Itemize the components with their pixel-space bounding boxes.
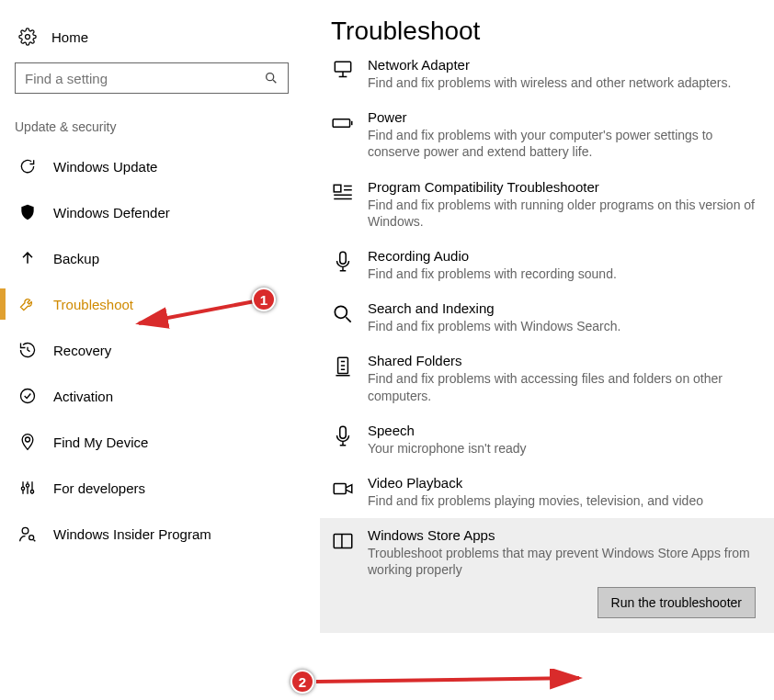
upload-arrow-icon <box>18 249 37 267</box>
sidebar-item-recovery[interactable]: Recovery <box>0 327 303 373</box>
troubleshooter-desc: Find and fix problems with wireless and … <box>368 74 761 91</box>
magnifier-icon <box>331 302 355 326</box>
annotation-marker-2: 2 <box>290 670 314 694</box>
sidebar-item-label: Windows Defender <box>53 205 170 220</box>
svg-point-3 <box>26 437 30 442</box>
troubleshooter-power[interactable]: Power Find and fix problems with your co… <box>331 100 774 169</box>
microphone-icon <box>331 250 355 274</box>
sidebar-item-label: Backup <box>53 251 99 266</box>
troubleshooter-windows-store-apps[interactable]: Windows Store Apps Troubleshoot problems… <box>320 518 774 633</box>
svg-rect-12 <box>340 252 347 264</box>
troubleshooter-program-compat[interactable]: Program Compatibility Troubleshooter Fin… <box>331 170 774 239</box>
app-window-icon <box>331 529 355 553</box>
svg-point-7 <box>22 527 28 534</box>
gear-icon <box>18 28 37 46</box>
search-input[interactable] <box>25 71 264 86</box>
video-camera-icon <box>331 477 355 501</box>
troubleshooter-title: Speech <box>368 423 761 438</box>
troubleshooter-title: Recording Audio <box>368 248 761 264</box>
troubleshooter-desc: Find and fix problems with recording sou… <box>368 265 761 282</box>
troubleshooter-desc: Find and fix problems with accessing fil… <box>368 370 761 403</box>
person-search-icon <box>18 525 37 543</box>
sidebar-item-label: Find My Device <box>53 435 148 450</box>
network-adapter-icon <box>331 59 355 83</box>
wrench-icon <box>18 295 37 313</box>
svg-point-1 <box>267 73 274 81</box>
check-circle-icon <box>18 387 37 405</box>
troubleshooter-list: Network Adapter Find and fix problems wi… <box>331 57 774 633</box>
svg-point-0 <box>26 35 30 40</box>
troubleshooter-desc: Find and fix problems with your computer… <box>368 127 761 160</box>
sidebar-item-find-my-device[interactable]: Find My Device <box>0 419 303 465</box>
troubleshooter-recording-audio[interactable]: Recording Audio Find and fix problems wi… <box>331 239 774 291</box>
shield-icon <box>18 203 37 221</box>
troubleshooter-title: Search and Indexing <box>368 300 761 316</box>
troubleshooter-speech[interactable]: Speech Your microphone isn't ready <box>331 413 774 466</box>
troubleshooter-search-indexing[interactable]: Search and Indexing Find and fix problem… <box>331 291 774 344</box>
history-icon <box>18 341 37 359</box>
svg-rect-11 <box>334 185 341 192</box>
troubleshooter-shared-folders[interactable]: Shared Folders Find and fix problems wit… <box>331 344 774 412</box>
svg-rect-9 <box>335 62 350 72</box>
troubleshooter-network-adapter[interactable]: Network Adapter Find and fix problems wi… <box>331 57 774 100</box>
list-icon <box>331 181 355 205</box>
sidebar-item-label: For developers <box>53 480 145 496</box>
server-icon <box>331 355 355 378</box>
location-icon <box>18 433 37 451</box>
troubleshooter-desc: Troubleshoot problems that may prevent W… <box>368 545 761 578</box>
svg-rect-17 <box>334 534 352 548</box>
troubleshooter-title: Video Playback <box>368 475 761 491</box>
troubleshooter-title: Program Compatibility Troubleshooter <box>368 179 761 195</box>
sidebar-item-windows-defender[interactable]: Windows Defender <box>0 189 303 235</box>
home-link[interactable]: Home <box>0 22 303 62</box>
sidebar-item-label: Activation <box>53 389 113 404</box>
svg-point-13 <box>335 306 347 318</box>
svg-rect-16 <box>334 483 346 493</box>
annotation-marker-1: 1 <box>252 288 276 311</box>
troubleshooter-title: Shared Folders <box>368 353 761 368</box>
svg-rect-15 <box>340 426 347 438</box>
main-panel: Troubleshoot Network Adapter Find and fi… <box>331 0 774 633</box>
battery-icon <box>331 111 355 135</box>
sidebar-item-backup[interactable]: Backup <box>0 235 303 281</box>
sidebar-item-windows-update[interactable]: Windows Update <box>0 143 303 189</box>
svg-point-2 <box>21 390 35 403</box>
sliders-icon <box>18 479 37 497</box>
sidebar-item-label: Troubleshoot <box>53 297 133 312</box>
search-icon <box>264 71 279 85</box>
svg-point-6 <box>30 491 33 493</box>
settings-search[interactable] <box>15 62 289 94</box>
annotation-arrow-2 <box>313 669 588 691</box>
sidebar-item-label: Recovery <box>53 343 111 358</box>
home-label: Home <box>51 29 88 45</box>
troubleshooter-desc: Your microphone isn't ready <box>368 440 761 457</box>
svg-point-8 <box>29 536 34 540</box>
sidebar-nav: Windows Update Windows Defender Backup T… <box>0 143 303 557</box>
svg-point-4 <box>21 487 24 490</box>
troubleshooter-title: Windows Store Apps <box>368 527 761 543</box>
sidebar: Home Update & security Windows Update Wi… <box>0 0 303 557</box>
run-troubleshooter-button[interactable]: Run the troubleshooter <box>598 587 756 618</box>
svg-rect-10 <box>333 119 349 128</box>
section-label: Update & security <box>15 119 303 134</box>
microphone-icon <box>331 424 355 448</box>
troubleshooter-title: Power <box>368 109 761 125</box>
svg-line-19 <box>316 678 579 682</box>
troubleshooter-desc: Find and fix problems with Windows Searc… <box>368 318 761 334</box>
troubleshooter-video-playback[interactable]: Video Playback Find and fix problems pla… <box>331 466 774 518</box>
svg-point-5 <box>26 484 28 487</box>
sidebar-item-windows-insider[interactable]: Windows Insider Program <box>0 511 303 557</box>
troubleshooter-desc: Find and fix problems with running older… <box>368 197 761 230</box>
sidebar-item-for-developers[interactable]: For developers <box>0 465 303 511</box>
sidebar-item-label: Windows Update <box>53 159 157 175</box>
page-title: Troubleshoot <box>331 17 774 46</box>
troubleshooter-title: Network Adapter <box>368 57 761 73</box>
troubleshooter-desc: Find and fix problems playing movies, te… <box>368 492 761 509</box>
sync-icon <box>18 157 37 175</box>
sidebar-item-activation[interactable]: Activation <box>0 373 303 419</box>
sidebar-item-label: Windows Insider Program <box>53 526 211 542</box>
